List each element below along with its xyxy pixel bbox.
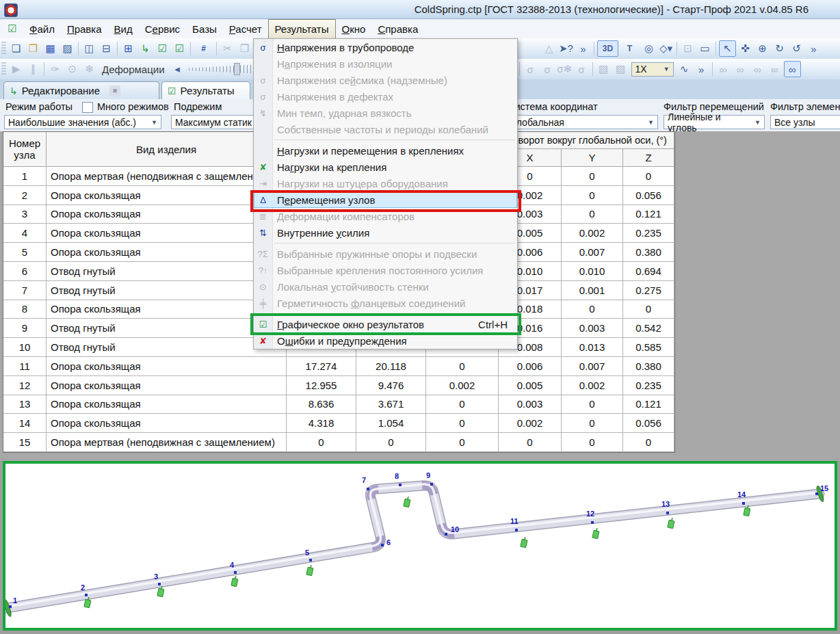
node-dot[interactable] — [9, 605, 12, 608]
glasses-view5-icon[interactable]: ∞ — [784, 61, 801, 77]
menubar-item-results[interactable]: Результаты — [268, 19, 336, 38]
cell-dx: 0 — [287, 433, 356, 452]
glasses-view1-icon[interactable]: ∞ — [716, 62, 731, 77]
sigma-image-icon[interactable]: ▧ — [596, 62, 612, 77]
sigma-support-icon[interactable]: σ — [523, 62, 538, 77]
coord-system-select[interactable]: Глобальная▼ — [508, 115, 658, 129]
tab-editing[interactable]: ↳ Редактирование ✖ — [3, 81, 159, 99]
save-report-icon[interactable]: ▨ — [60, 41, 75, 56]
node-dot[interactable] — [515, 529, 518, 531]
slider-thumb[interactable] — [234, 63, 240, 75]
zoom-in-icon[interactable]: ⊕ — [754, 41, 770, 56]
glasses-view2-icon[interactable]: ∞ — [733, 62, 748, 77]
table-row[interactable]: 15 Опора мертвая (неподвижная с защемлен… — [3, 433, 674, 452]
node-dot[interactable] — [399, 484, 402, 486]
menubar-item-service[interactable]: Сервис — [139, 19, 186, 38]
triangle-tool-icon[interactable]: △ — [541, 41, 557, 56]
toolbar-overflow-icon[interactable]: » — [694, 62, 709, 77]
print-icon[interactable]: ⊟ — [99, 41, 114, 56]
select-cursor-icon[interactable]: ↖ — [719, 40, 736, 57]
multi-mode-checkbox[interactable] — [82, 102, 93, 113]
node-dot[interactable] — [85, 594, 88, 596]
menu-item-internal-forces[interactable]: ⇅ Внутренние усилия — [254, 224, 517, 241]
scale-combo[interactable]: 1X ▼ — [631, 62, 674, 77]
glasses-view3-icon[interactable]: ∞ — [750, 62, 765, 77]
table-row[interactable]: 11 Опора скользящая 17.274 20.118 0 0.00… — [3, 357, 674, 376]
zoom-region-icon[interactable]: ⊡ — [680, 41, 696, 56]
results-mode-icon[interactable]: ☑ — [172, 41, 187, 56]
menubar-item-window[interactable]: Окно — [336, 19, 372, 38]
deformation-prev-icon[interactable]: ◂ — [170, 62, 185, 77]
tab-results[interactable]: ☑ Результаты — [161, 81, 250, 99]
view-3d-icon[interactable]: 3D — [597, 40, 618, 57]
open-file-icon[interactable]: ❒ — [25, 41, 41, 56]
menubar-item-help[interactable]: Справка — [371, 19, 424, 38]
node-dot[interactable] — [367, 488, 369, 490]
element-filter-select[interactable]: Все узлы — [770, 115, 840, 129]
wave-diagram-icon[interactable]: ∿ — [677, 62, 692, 77]
save-icon[interactable]: ▦ — [42, 41, 58, 56]
sigma-test-icon[interactable]: σ — [574, 62, 590, 77]
support-icon[interactable] — [668, 517, 675, 528]
menu-item-pipe-stresses[interactable]: σ Напряжения в трубопроводе — [254, 39, 517, 55]
sigma-cold-icon[interactable]: σ❄ — [557, 62, 573, 77]
table-row[interactable]: 13 Опора скользящая 8.636 3.671 0 0.003 … — [3, 395, 674, 414]
toolbar-overflow-icon[interactable]: » — [575, 41, 591, 56]
edit-mode-icon[interactable]: ↳ — [137, 41, 153, 56]
zoom-window-icon[interactable]: ▭ — [697, 41, 713, 56]
displacement-filter-select[interactable]: Линейные и угловь▼ — [664, 115, 765, 129]
node-dot[interactable] — [815, 492, 818, 495]
view-t-icon[interactable]: T — [620, 41, 640, 56]
node-dot[interactable] — [309, 559, 312, 562]
scope-tool-icon[interactable]: ⊙ — [64, 62, 80, 77]
node-dot[interactable] — [430, 483, 433, 486]
sigma-anchor-icon[interactable]: σ — [540, 62, 555, 77]
menubar-item-calculation[interactable]: Расчет — [223, 19, 268, 38]
menubar-item-databases[interactable]: Базы — [186, 19, 223, 38]
find-icon[interactable]: ◎ — [641, 41, 657, 56]
model-3d-view[interactable]: 1 2 3 4 5 6 7 8 9 10 11 12 13 14 15 — [3, 461, 837, 631]
node-dot[interactable] — [445, 533, 447, 536]
support-icon[interactable] — [404, 496, 411, 507]
rotate-ccw-icon[interactable]: ↺ — [789, 41, 804, 56]
new-file-icon[interactable]: ❏ — [8, 41, 24, 56]
copy-icon[interactable]: ❐ — [237, 41, 252, 56]
support-icon[interactable] — [306, 564, 314, 575]
toolbar-grip[interactable] — [1, 42, 6, 55]
pause-animation-icon[interactable]: ∥ — [25, 62, 41, 77]
pan-icon[interactable]: ✜ — [737, 41, 753, 56]
menubar-item-edit[interactable]: Правка — [61, 19, 108, 38]
cube-view-icon[interactable]: ◇▾ — [658, 41, 674, 56]
help-cursor-icon[interactable]: ➤? — [558, 41, 574, 56]
play-animation-icon[interactable]: ▶ — [8, 62, 24, 77]
node-dot[interactable] — [666, 512, 669, 514]
menu-item-support-loads[interactable]: ✘ Нагрузки на крепления — [254, 159, 517, 175]
check-model-icon[interactable]: ☑ — [155, 41, 170, 56]
node-dot[interactable] — [742, 502, 745, 505]
menubar-item-file[interactable]: Файл — [23, 19, 61, 38]
table-row[interactable]: 12 Опора скользящая 12.955 9.476 0.002 0… — [3, 376, 674, 395]
snowflake-icon[interactable]: ❄ — [81, 62, 97, 77]
support-icon[interactable] — [521, 536, 528, 547]
mode-select[interactable]: Наибольшие значения (абс.)▼ — [4, 115, 161, 129]
node-dot[interactable] — [158, 583, 161, 585]
project-window-icon[interactable]: ⊞ — [120, 41, 136, 56]
pen-tool-icon[interactable]: ✑ — [47, 62, 63, 77]
toolbar-overflow-icon[interactable]: » — [806, 41, 822, 56]
calculator-icon[interactable]: # — [194, 41, 213, 56]
toolbar-grip[interactable] — [1, 62, 6, 76]
node-dot[interactable] — [591, 521, 594, 524]
node-dot[interactable] — [234, 571, 237, 574]
menubar-item-view[interactable]: Вид — [108, 19, 139, 38]
print-preview-icon[interactable]: ◫ — [81, 41, 97, 56]
rotate-cw-icon[interactable]: ↻ — [772, 41, 787, 56]
close-icon[interactable]: ✖ — [109, 85, 120, 96]
node-dot[interactable] — [381, 544, 384, 546]
support-icon[interactable] — [231, 575, 239, 586]
cut-icon[interactable]: ✂ — [220, 41, 235, 56]
support-icon[interactable] — [592, 527, 600, 538]
glasses-view4-icon[interactable]: ∞ — [767, 62, 783, 77]
table-row[interactable]: 14 Опора скользящая 4.318 1.054 0 0.002 … — [3, 414, 674, 433]
menu-item-loads-displacements-supports[interactable]: Нагрузки и перемещения в креплениях — [254, 142, 517, 159]
sigma-image2-icon[interactable]: ▨ — [613, 62, 629, 77]
